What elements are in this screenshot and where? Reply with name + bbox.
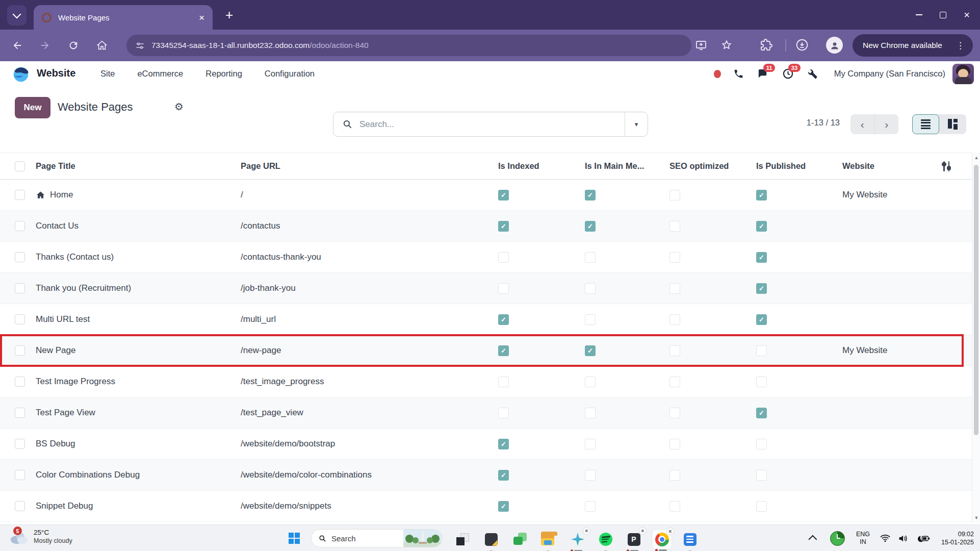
is-published-checkbox[interactable]: ✓ [756,314,767,325]
new-button[interactable]: New [15,97,50,118]
reload-button[interactable] [66,38,81,53]
voip-phone-icon[interactable] [733,68,744,79]
menu-site[interactable]: Site [100,69,115,79]
is-indexed-checkbox[interactable]: ✓ [498,439,509,449]
adjust-columns-icon[interactable] [943,161,949,171]
row-checkbox[interactable] [15,221,25,231]
row-checkbox[interactable] [15,252,25,262]
scrollbar-thumb[interactable] [974,165,978,435]
scroll-up-icon[interactable]: ▲ [972,155,980,160]
scrollbar[interactable]: ▲ ▼ [972,153,980,523]
select-all-checkbox[interactable] [15,161,25,171]
downloads-icon[interactable] [795,38,809,52]
is-indexed-checkbox[interactable] [498,252,509,263]
seo-optimized-checkbox[interactable] [669,345,680,356]
table-row[interactable]: Thank you (Recruitment) /job-thank-you ✓ [0,273,972,304]
browser-menu-icon[interactable]: ⋮ [956,40,965,51]
site-info-icon[interactable] [136,41,144,50]
is-in-main-menu-checkbox[interactable]: ✓ [585,345,596,356]
row-checkbox[interactable] [15,345,25,356]
is-published-checkbox[interactable]: ✓ [756,408,767,418]
table-row[interactable]: Thanks (Contact us) /contactus-thank-you… [0,242,972,273]
table-row[interactable]: Contact Us /contactus ✓ ✓ ✓ [0,211,972,242]
scroll-down-icon[interactable]: ▼ [972,515,980,520]
row-checkbox[interactable] [15,190,25,200]
browser-profile-avatar[interactable] [826,37,843,54]
is-indexed-checkbox[interactable]: ✓ [498,345,509,356]
user-avatar[interactable] [952,64,974,84]
seo-optimized-checkbox[interactable] [669,439,680,449]
is-published-checkbox[interactable] [756,439,767,449]
start-button[interactable] [289,533,300,544]
tray-chevron-icon[interactable] [808,535,817,544]
back-button[interactable] [10,38,24,53]
search-box[interactable]: ▾ [333,112,648,137]
is-indexed-checkbox[interactable]: ✓ [498,501,509,512]
is-indexed-checkbox[interactable] [498,408,509,418]
is-in-main-menu-checkbox[interactable]: ✓ [585,221,596,232]
row-checkbox[interactable] [15,377,25,387]
is-published-checkbox[interactable] [756,377,767,387]
table-row[interactable]: New Page /new-page ✓ ✓ My Website [0,335,972,366]
close-window-button[interactable]: × [964,10,970,20]
website-app-logo[interactable] [11,64,31,84]
seo-optimized-checkbox[interactable] [669,221,680,232]
table-row[interactable]: Test Image Progress /test_image_progress [0,366,972,397]
is-in-main-menu-checkbox[interactable] [585,377,596,387]
row-checkbox[interactable] [15,314,25,324]
seo-optimized-checkbox[interactable] [669,252,680,263]
maximize-button[interactable] [940,12,946,18]
activities-clock-icon[interactable]: 33 [782,68,794,80]
is-in-main-menu-checkbox[interactable]: ✓ [585,190,596,201]
is-in-main-menu-checkbox[interactable] [585,408,596,418]
is-in-main-menu-checkbox[interactable] [585,314,596,325]
seo-optimized-checkbox[interactable] [669,190,680,201]
seo-optimized-checkbox[interactable] [669,501,680,512]
forward-button[interactable] [38,38,52,53]
taskbar-app-copilot[interactable] [568,529,588,549]
seo-optimized-checkbox[interactable] [669,314,680,325]
menu-configuration[interactable]: Configuration [265,69,315,79]
chrome-update-button[interactable]: New Chrome available ⋮ [853,34,973,57]
language-indicator[interactable]: ENGIN [856,531,870,546]
clock[interactable]: 09:02 15-01-2025 [941,530,974,546]
taskbar-search[interactable]: Search [311,529,443,547]
table-row[interactable]: Color Combinations Debug /website/demo/c… [0,460,972,491]
seo-optimized-checkbox[interactable] [669,470,680,481]
app-brand[interactable]: Website [37,67,75,79]
company-switcher[interactable]: My Company (San Francisco) [834,69,945,79]
tab-close-icon[interactable]: × [199,13,204,22]
search-dropdown-caret[interactable]: ▾ [625,120,648,128]
is-indexed-checkbox[interactable]: ✓ [498,470,509,481]
weather-widget[interactable]: 5 25°C Mostly cloudy [8,528,72,546]
is-published-checkbox[interactable] [756,470,767,481]
home-button[interactable] [95,38,109,53]
debug-wrench-icon[interactable] [807,68,818,79]
kanban-view-button[interactable] [939,114,966,134]
messages-icon[interactable]: 11 [757,68,769,80]
is-published-checkbox[interactable]: ✓ [756,190,767,201]
taskbar-app-docs[interactable] [680,529,700,549]
is-published-checkbox[interactable] [756,345,767,356]
is-indexed-checkbox[interactable]: ✓ [498,314,509,325]
is-in-main-menu-checkbox[interactable] [585,252,596,263]
seo-optimized-checkbox[interactable] [669,377,680,387]
column-header-is-indexed[interactable]: Is Indexed [498,161,585,171]
taskbar-app-file-explorer[interactable] [538,529,558,549]
taskbar-app-presentation[interactable]: P [624,529,644,549]
column-header-seo-optimized[interactable]: SEO optimized [669,161,756,171]
tray-recorder-icon[interactable] [830,531,845,546]
search-input[interactable] [358,119,625,130]
is-in-main-menu-checkbox[interactable] [585,501,596,512]
row-checkbox[interactable] [15,439,25,449]
row-checkbox[interactable] [15,501,25,511]
seo-optimized-checkbox[interactable] [669,283,680,294]
address-bar[interactable]: 73345254-saas-18-1-all.runbot232.odoo.co… [126,35,691,56]
actions-gear-icon[interactable]: ⚙ [174,101,184,113]
table-row[interactable]: Home / ✓ ✓ ✓ My Website [0,180,972,211]
taskbar-app-task-view[interactable] [452,529,473,549]
row-checkbox[interactable] [15,283,25,293]
taskbar-app-chrome[interactable] [652,529,672,549]
taskbar-app-chat[interactable] [510,529,530,549]
is-indexed-checkbox[interactable]: ✓ [498,190,509,201]
